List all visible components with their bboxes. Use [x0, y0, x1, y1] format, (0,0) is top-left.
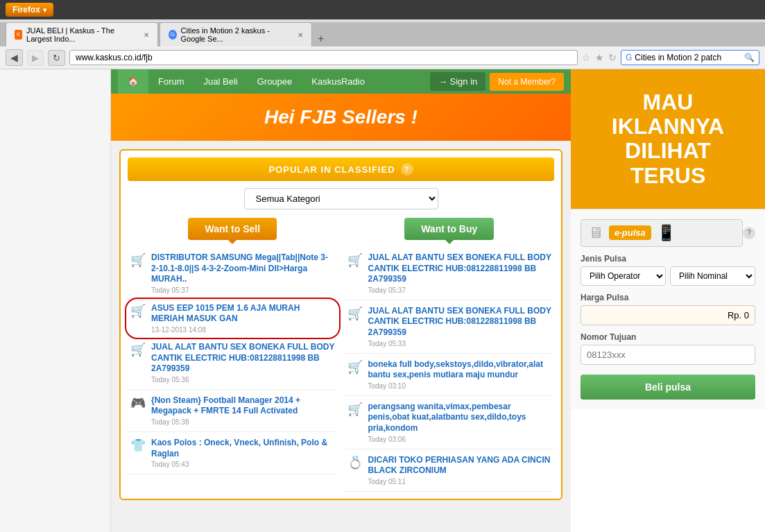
listing-date: Today 05:33	[368, 340, 552, 347]
jenis-pulsa-group: Jenis Pulsa Pilih Operator Pilih Nominal	[581, 254, 755, 286]
reload-icon[interactable]: ↻	[608, 52, 617, 63]
jenis-pulsa-row: Pilih Operator Pilih Nominal	[581, 266, 755, 286]
listing-content: JUAL ALAT BANTU SEX BONEKA FULL BODY CAN…	[368, 306, 552, 347]
listing-title-highlighted[interactable]: ASUS EEP 1015 PEM 1.6 AJA MURAH MERIAH M…	[151, 303, 335, 325]
page-content: 🏠 Forum Jual Beli Groupee KaskusRadio → …	[0, 69, 765, 532]
list-item: 🛒 JUAL ALAT BANTU SEX BONEKA FULL BODY C…	[128, 336, 338, 390]
tab-google[interactable]: G Cities in Motion 2 kaskus - Google Se.…	[160, 22, 312, 46]
list-item: 🛒 boneka full body,sekstoys,dildo,vibrat…	[345, 354, 555, 396]
list-item: 🛒 DISTRIBUTOR SAMSUNG Mega||Tab||Note 3-…	[128, 247, 338, 300]
tab-google-label: Cities in Motion 2 kaskus - Google Se...	[181, 26, 291, 43]
tab-kaskus-close[interactable]: ✕	[144, 31, 149, 39]
tab-kaskus[interactable]: K JUAL BELI | Kaskus - The Largest Indo.…	[6, 22, 158, 46]
cart-icon: 🛒	[347, 359, 363, 375]
harga-pulsa-label: Harga Pulsa	[581, 293, 755, 302]
listing-date: Today 05:37	[151, 286, 335, 294]
sell-header: Want to Sell	[128, 218, 338, 240]
listing-title[interactable]: {Non Steam} Football Manager 2014 + Mega…	[151, 395, 335, 417]
buy-header: Want to Buy	[345, 218, 555, 240]
browser-chrome: Firefox K JUAL BELI | Kaskus - The Large…	[0, 0, 765, 69]
listing-content: JUAL ALAT BANTU SEX BONEKA FULL BODY CAN…	[368, 252, 552, 294]
nomor-tujuan-group: Nomor Tujuan	[581, 332, 755, 365]
epulsa-help-icon[interactable]: ?	[743, 227, 755, 239]
groupee-nav-item[interactable]: Groupee	[248, 69, 302, 94]
not-member-link[interactable]: Not a Member?	[490, 73, 564, 91]
list-item: 💍 DICARI TOKO PERHIASAN YANG ADA CINCIN …	[345, 449, 555, 492]
jualbeli-nav-item[interactable]: Jual Beli	[194, 69, 248, 94]
listing-date: Today 05:38	[151, 418, 335, 426]
listing-title[interactable]: boneka full body,sekstoys,dildo,vibrator…	[368, 359, 552, 381]
main-area: 🏠 Forum Jual Beli Groupee KaskusRadio → …	[111, 69, 571, 532]
listing-date: Today 05:43	[151, 461, 335, 468]
listing-content: {Non Steam} Football Manager 2014 + Mega…	[151, 395, 335, 426]
list-item: 👕 Kaos Polos : Oneck, Vneck, Unfinish, P…	[128, 432, 338, 474]
url-bar[interactable]	[69, 50, 578, 65]
listing-title[interactable]: Kaos Polos : Oneck, Vneck, Unfinish, Pol…	[151, 438, 335, 459]
kaskusradio-nav-item[interactable]: KaskusRadio	[302, 69, 375, 94]
listing-content: ASUS EEP 1015 PEM 1.6 AJA MURAH MERIAH M…	[151, 303, 335, 334]
classified-title: POPULAR IN CLASSIFIED	[268, 164, 395, 175]
harga-pulsa-input[interactable]	[581, 305, 755, 325]
sell-column: Want to Sell 🛒 DISTRIBUTOR SAMSUNG Mega|…	[128, 218, 338, 492]
forum-nav-item[interactable]: Forum	[148, 69, 194, 94]
listing-content: JUAL ALAT BANTU SEX BONEKA FULL BODY CAN…	[151, 342, 335, 384]
reload-button[interactable]: ↻	[48, 50, 65, 66]
tab-bar: K JUAL BELI | Kaskus - The Largest Indo.…	[0, 22, 765, 46]
nominal-select[interactable]: Pilih Nominal	[670, 266, 755, 286]
listing-date: Today 05:37	[368, 286, 552, 294]
search-input[interactable]	[635, 53, 744, 62]
new-tab-button[interactable]: +	[313, 31, 328, 46]
list-item: 🎮 {Non Steam} Football Manager 2014 + Me…	[128, 390, 338, 432]
firefox-button[interactable]: Firefox	[6, 3, 53, 17]
signin-icon: →	[438, 76, 447, 87]
forward-button[interactable]: ▶	[27, 50, 44, 66]
buy-icon: 🛒	[347, 252, 363, 268]
game-icon: 🎮	[130, 395, 146, 411]
listing-content: Kaos Polos : Oneck, Vneck, Unfinish, Pol…	[151, 438, 335, 468]
list-item: 🛒 JUAL ALAT BANTU SEX BONEKA FULL BODY C…	[345, 247, 555, 300]
search-submit-icon[interactable]: 🔍	[744, 53, 755, 62]
back-button[interactable]: ◀	[6, 49, 23, 66]
nav-bar: ◀ ▶ ↻ ☆ ★ ↻ G 🔍	[0, 46, 765, 69]
nomor-tujuan-input[interactable]	[581, 345, 755, 365]
listing-title[interactable]: perangsang wanita,vimax,pembesar penis,o…	[368, 402, 552, 434]
listing-title[interactable]: JUAL ALAT BANTU SEX BONEKA FULL BODY CAN…	[368, 252, 552, 285]
google-favicon: G	[169, 30, 177, 40]
listing-content: boneka full body,sekstoys,dildo,vibrator…	[368, 359, 552, 390]
want-to-buy-button[interactable]: Want to Buy	[404, 218, 494, 240]
listing-title[interactable]: DICARI TOKO PERHIASAN YANG ADA CINCIN BL…	[368, 455, 552, 477]
listing-title[interactable]: DISTRIBUTOR SAMSUNG Mega||Tab||Note 3-2-…	[151, 252, 335, 285]
listing-title[interactable]: JUAL ALAT BANTU SEX BONEKA FULL BODY CAN…	[368, 306, 552, 338]
kaskus-favicon: K	[15, 30, 22, 40]
bookmark-icon[interactable]: ☆	[582, 52, 591, 63]
home-nav-item[interactable]: 🏠	[118, 69, 148, 94]
site-navigation: 🏠 Forum Jual Beli Groupee KaskusRadio → …	[111, 69, 571, 94]
category-select[interactable]: Semua Kategori	[244, 188, 438, 209]
classified-help-icon[interactable]: ?	[401, 163, 413, 175]
buy-column: Want to Buy 🛒 JUAL ALAT BANTU SEX BONEKA…	[345, 218, 555, 492]
listing-date: Today 03:06	[368, 436, 552, 443]
epulsa-header: 🖥 e·pulsa 📱 ?	[581, 219, 755, 247]
classified-header: POPULAR IN CLASSIFIED ?	[128, 157, 554, 181]
epulsa-logo-box: 🖥 e·pulsa 📱	[581, 219, 743, 247]
two-column-layout: Want to Sell 🛒 DISTRIBUTOR SAMSUNG Mega|…	[128, 218, 554, 492]
beli-pulsa-button[interactable]: Beli pulsa	[581, 375, 755, 400]
listing-date: Today 03:10	[368, 382, 552, 390]
classified-section: POPULAR IN CLASSIFIED ? Semua Kategori W…	[119, 149, 562, 500]
shirt-icon: 👕	[130, 438, 146, 453]
operator-select[interactable]: Pilih Operator	[581, 266, 666, 286]
jenis-pulsa-label: Jenis Pulsa	[581, 254, 755, 264]
list-item: 🛒 JUAL ALAT BANTU SEX BONEKA FULL BODY C…	[345, 300, 555, 354]
search-box: G 🔍	[621, 50, 759, 65]
listing-title[interactable]: JUAL ALAT BANTU SEX BONEKA FULL BODY CAN…	[151, 342, 335, 375]
tab-google-close[interactable]: ✕	[298, 31, 303, 39]
listing-date: Today 05:36	[151, 376, 335, 384]
want-to-sell-button[interactable]: Want to Sell	[188, 218, 277, 240]
cart-icon: 🛒	[347, 306, 363, 321]
signin-link[interactable]: → Sign in	[430, 72, 485, 91]
cart-icon: 🛒	[130, 342, 146, 357]
listing-content: DICARI TOKO PERHIASAN YANG ADA CINCIN BL…	[368, 455, 552, 486]
monitor-icon: 🖥	[588, 224, 603, 242]
epulsa-widget: 🖥 e·pulsa 📱 ? Jenis Pulsa Pilih Operator…	[571, 209, 765, 409]
list-item-highlighted: 🛒 ASUS EEP 1015 PEM 1.6 AJA MURAH MERIAH…	[125, 298, 341, 339]
